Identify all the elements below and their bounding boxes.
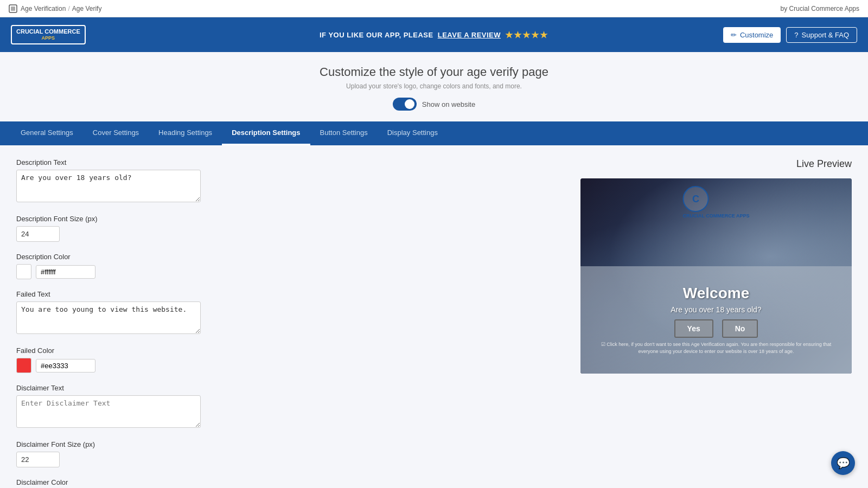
hero-title: Customize the style of your age verify p… xyxy=(0,65,868,79)
description-color-row xyxy=(16,264,201,279)
preview-buttons: Yes No xyxy=(674,319,758,338)
description-color-swatch[interactable] xyxy=(16,264,31,279)
failed-text-label: Failed Text xyxy=(16,290,201,298)
preview-box: C CRUCIAL COMMERCE APPS Welcome Are you … xyxy=(580,178,852,374)
disclaimer-font-size-input[interactable] xyxy=(16,452,60,467)
tab-display-settings[interactable]: Display Settings xyxy=(378,121,448,145)
description-font-size-group: Description Font Size (px) xyxy=(16,215,201,242)
disclaimer-color-label: Disclaimer Color xyxy=(16,478,201,486)
failed-color-label: Failed Color xyxy=(16,346,201,355)
leave-review-link[interactable]: LEAVE A REVIEW xyxy=(438,31,501,39)
question-icon: ? xyxy=(794,31,798,39)
description-color-group: Description Color xyxy=(16,253,201,279)
by-label: by Crucial Commerce Apps xyxy=(781,5,859,12)
failed-color-swatch[interactable] xyxy=(16,358,31,373)
preview-yes-button[interactable]: Yes xyxy=(674,319,713,338)
breadcrumb-page: Age Verify xyxy=(72,5,102,12)
pencil-icon: ✏ xyxy=(731,31,737,39)
description-font-size-label: Description Font Size (px) xyxy=(16,215,201,223)
hero-section: Customize the style of your age verify p… xyxy=(0,52,868,121)
disclaimer-text-label: Disclaimer Text xyxy=(16,384,201,392)
banner-center: IF YOU LIKE OUR APP, PLEASE LEAVE A REVI… xyxy=(320,30,548,40)
logo-line2: APPS xyxy=(16,35,80,41)
preview-disclaimer-text: ☑ Click here, if you don't want to see t… xyxy=(580,341,852,355)
show-on-website-toggle[interactable] xyxy=(393,98,417,111)
disclaimer-font-size-label: Disclaimer Font Size (px) xyxy=(16,440,201,448)
tab-general-settings[interactable]: General Settings xyxy=(11,121,83,145)
chat-icon: 💬 xyxy=(837,457,850,470)
description-color-label: Description Color xyxy=(16,253,201,261)
description-text-input[interactable] xyxy=(16,170,201,202)
failed-text-group: Failed Text xyxy=(16,290,201,336)
breadcrumb-app: Age Verification xyxy=(21,5,66,12)
tab-heading-settings[interactable]: Heading Settings xyxy=(149,121,222,145)
preview-overlay: Welcome Are you over 18 years old? Yes N… xyxy=(580,266,852,374)
description-color-input[interactable] xyxy=(36,265,95,279)
nav-tabs: General Settings Cover Settings Heading … xyxy=(0,121,868,145)
chat-button[interactable]: 💬 xyxy=(831,451,855,475)
top-bar: Age Verification / Age Verify by Crucial… xyxy=(0,0,868,17)
hero-subtitle: Upload your store's logo, change colors … xyxy=(0,82,868,90)
header-right: ✏ Customize ? Support & FAQ xyxy=(723,27,857,43)
app-icon xyxy=(9,4,17,13)
description-font-size-input[interactable] xyxy=(16,226,60,242)
disclaimer-color-group: Disclaimer Color xyxy=(16,478,201,488)
banner-text-pre: IF YOU LIKE OUR APP, PLEASE xyxy=(320,31,433,39)
main-content: Description Text Description Font Size (… xyxy=(0,145,868,488)
customize-button[interactable]: ✏ Customize xyxy=(723,27,781,43)
tab-cover-settings[interactable]: Cover Settings xyxy=(83,121,149,145)
description-text-group: Description Text xyxy=(16,158,201,204)
toggle-label: Show on website xyxy=(422,100,475,108)
failed-color-row xyxy=(16,358,201,373)
preview-welcome-text: Welcome xyxy=(683,285,749,302)
svg-rect-1 xyxy=(11,7,15,11)
logo-line1: CRUCIAL COMMERCE xyxy=(16,28,80,35)
preview-title: Live Preview xyxy=(222,158,852,170)
star-rating: ★★★★★ xyxy=(505,30,548,40)
header-banner: CRUCIAL COMMERCE APPS IF YOU LIKE OUR AP… xyxy=(0,17,868,52)
preview-no-button[interactable]: No xyxy=(722,319,758,338)
breadcrumb-separator: / xyxy=(68,5,69,12)
preview-logo-text: CRUCIAL COMMERCE APPS xyxy=(682,213,749,219)
form-panel: Description Text Description Font Size (… xyxy=(16,158,201,488)
tab-description-settings[interactable]: Description Settings xyxy=(222,121,310,145)
failed-color-input[interactable] xyxy=(36,359,95,373)
preview-description-text: Are you over 18 years old? xyxy=(671,305,761,314)
support-button[interactable]: ? Support & FAQ xyxy=(786,27,857,43)
logo-area: CRUCIAL COMMERCE APPS xyxy=(11,25,86,44)
description-text-label: Description Text xyxy=(16,158,201,166)
disclaimer-text-input[interactable] xyxy=(16,395,201,428)
tab-button-settings[interactable]: Button Settings xyxy=(310,121,378,145)
toggle-row: Show on website xyxy=(0,98,868,111)
preview-panel: Live Preview C CRUCIAL COMMERCE APPS Wel… xyxy=(222,158,852,488)
disclaimer-text-group: Disclaimer Text xyxy=(16,384,201,429)
disclaimer-font-size-group: Disclaimer Font Size (px) xyxy=(16,440,201,467)
logo-box: CRUCIAL COMMERCE APPS xyxy=(11,25,86,44)
failed-text-input[interactable] xyxy=(16,301,201,334)
failed-color-group: Failed Color xyxy=(16,346,201,373)
